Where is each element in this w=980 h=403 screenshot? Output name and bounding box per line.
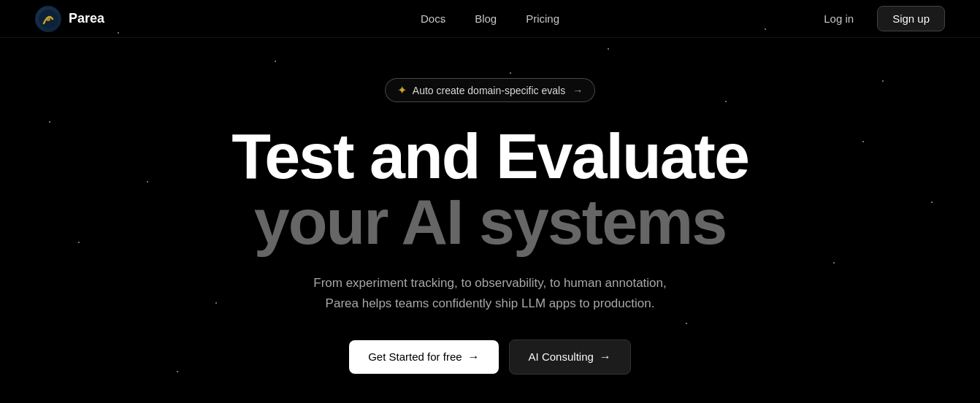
- primary-arrow-icon: →: [468, 350, 480, 364]
- get-started-button[interactable]: Get Started for free →: [349, 340, 498, 374]
- hero-subtitle: From experiment tracking, to observabili…: [313, 273, 666, 312]
- nav-link-blog[interactable]: Blog: [475, 12, 497, 25]
- brand-name: Parea: [69, 11, 104, 26]
- nav-link-pricing[interactable]: Pricing: [526, 12, 559, 25]
- hero-section: ✦ Auto create domain-specific evals → Te…: [0, 38, 980, 375]
- hero-title-line2: your AI systems: [231, 188, 749, 256]
- cta-group: Get Started for free → AI Consulting →: [349, 339, 631, 375]
- ai-consulting-label: AI Consulting: [529, 350, 594, 363]
- badge-arrow: →: [573, 85, 583, 96]
- svg-point-1: [46, 17, 50, 21]
- secondary-arrow-icon: →: [600, 350, 611, 364]
- hero-title-line1: Test and Evaluate: [231, 124, 749, 188]
- nav-links: Docs Blog Pricing: [421, 12, 559, 25]
- hero-badge[interactable]: ✦ Auto create domain-specific evals →: [385, 78, 595, 102]
- navbar: Parea Docs Blog Pricing Log in Sign up: [0, 0, 980, 38]
- logo-icon: [35, 6, 61, 32]
- get-started-label: Get Started for free: [368, 350, 462, 363]
- ai-consulting-button[interactable]: AI Consulting →: [509, 339, 631, 375]
- signup-button[interactable]: Sign up: [877, 6, 945, 31]
- nav-link-docs[interactable]: Docs: [421, 12, 445, 25]
- nav-actions: Log in Sign up: [812, 6, 945, 31]
- login-button[interactable]: Log in: [812, 7, 865, 31]
- badge-text: Auto create domain-specific evals: [413, 85, 565, 96]
- nav-brand: Parea: [35, 6, 104, 32]
- hero-title: Test and Evaluate your AI systems: [231, 124, 749, 273]
- sparkle-icon: ✦: [397, 83, 407, 97]
